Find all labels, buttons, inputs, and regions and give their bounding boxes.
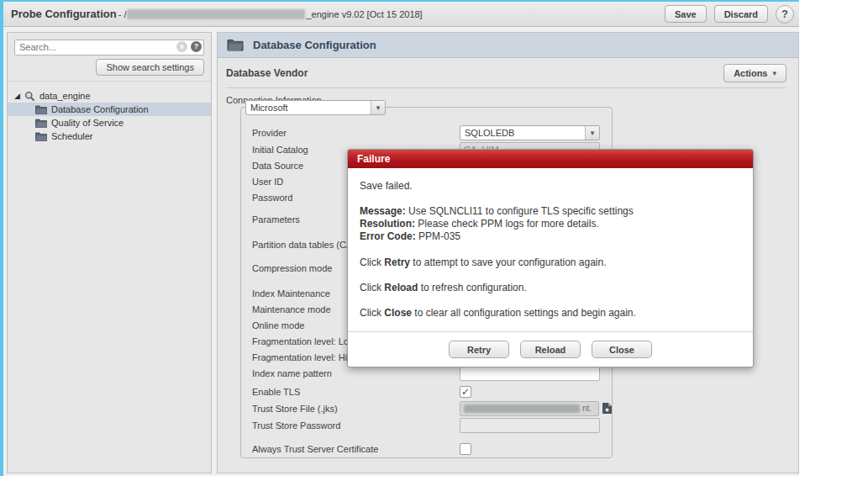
search-area: x ? Show search settings — [8, 33, 211, 82]
folder-icon — [35, 132, 47, 141]
help-button[interactable]: ? — [776, 5, 794, 24]
actions-button[interactable]: Actions ▾ — [723, 64, 786, 82]
tree-root-data-engine[interactable]: ◢ data_engine — [8, 89, 211, 103]
save-button[interactable]: Save — [665, 5, 707, 23]
section-title: Database Vendor — [226, 67, 308, 79]
redacted-hostname — [127, 9, 305, 19]
clear-search-icon[interactable]: x — [176, 41, 187, 52]
window-header: Probe Configuration - /_engine v9.02 [Oc… — [3, 2, 799, 27]
expander-icon[interactable]: ◢ — [14, 92, 22, 100]
reload-button[interactable]: Reload — [520, 341, 581, 358]
chevron-down-icon: ▾ — [371, 101, 385, 114]
sidebar-item-scheduler[interactable]: Scheduler — [8, 130, 211, 143]
browse-file-icon[interactable] — [602, 403, 612, 414]
redacted-file-path — [464, 404, 580, 413]
probe-icon — [24, 91, 35, 102]
tree-root-label: data_engine — [39, 91, 91, 101]
form-row-enable-tls: Enable TLS ✓ — [252, 383, 612, 399]
failure-dialog: Failure Save failed. Message: Use SQLNCL… — [347, 149, 754, 367]
enable-tls-checkbox[interactable]: ✓ — [460, 386, 471, 398]
section-head: Database Vendor Actions ▾ — [218, 58, 798, 87]
header-actions: Save Discard ? — [665, 5, 799, 24]
folder-icon — [35, 119, 47, 128]
reload-instruction: Click Reload to refresh configuration. — [360, 282, 741, 293]
index-name-pattern-input[interactable] — [460, 366, 600, 381]
dialog-header: Failure — [348, 150, 753, 168]
trust-store-password-input[interactable] — [460, 418, 600, 433]
form-row-always-trust: Always Trust Server Certificate — [252, 441, 612, 457]
retry-instruction: Click Retry to attempt to save your conf… — [360, 256, 741, 268]
sidebar-item-quality-of-service[interactable]: Quality of Service — [8, 116, 211, 130]
search-help-icon[interactable]: ? — [191, 41, 202, 52]
provider-select[interactable]: SQLOLEDB ▾ — [460, 125, 600, 140]
vendor-select[interactable]: Microsoft ▾ — [245, 100, 386, 115]
trust-store-file-input: nt. — [460, 401, 599, 416]
chevron-down-icon: ▾ — [772, 69, 776, 77]
form-row-provider: Provider SQLOLEDB ▾ — [252, 124, 612, 140]
section-header-band: Database Configuration — [218, 33, 798, 58]
sidebar-item-database-configuration[interactable]: Database Configuration — [8, 103, 211, 116]
discard-button[interactable]: Discard — [714, 5, 768, 23]
form-row-trust-store-file: Trust Store File (.jks) nt. — [252, 400, 612, 416]
retry-button[interactable]: Retry — [449, 341, 509, 358]
always-trust-checkbox[interactable] — [460, 443, 471, 455]
folder-icon — [35, 105, 47, 114]
dialog-footer: Retry Reload Close — [348, 331, 753, 367]
close-button[interactable]: Close — [592, 341, 652, 358]
folder-open-icon — [227, 39, 244, 51]
show-search-settings-button[interactable]: Show search settings — [96, 59, 204, 76]
page-title: Probe Configuration - /_engine v9.02 [Oc… — [3, 8, 423, 20]
close-instruction: Click Close to clear all configuration s… — [360, 307, 741, 319]
dialog-title: Failure — [357, 153, 390, 165]
error-code-line: Error Code: PPM-035 — [360, 230, 741, 243]
message-line: Message: Use SQLNCLI11 to configure TLS … — [360, 205, 741, 218]
check-icon: ✓ — [461, 387, 470, 397]
chevron-down-icon: ▾ — [585, 126, 599, 140]
main-title: Database Configuration — [253, 39, 376, 51]
navigation-sidebar: x ? Show search settings ◢ data_engine D… — [7, 32, 212, 473]
divider — [226, 87, 786, 88]
form-row-trust-store-password: Trust Store Password — [252, 417, 612, 433]
dialog-body: Save failed. Message: Use SQLNCLI11 to c… — [348, 168, 753, 319]
resolution-line: Resolution: Please check PPM logs for mo… — [360, 218, 741, 230]
config-tree: ◢ data_engine Database Configuration Qua… — [8, 82, 211, 143]
save-failed-text: Save failed. — [360, 180, 741, 192]
